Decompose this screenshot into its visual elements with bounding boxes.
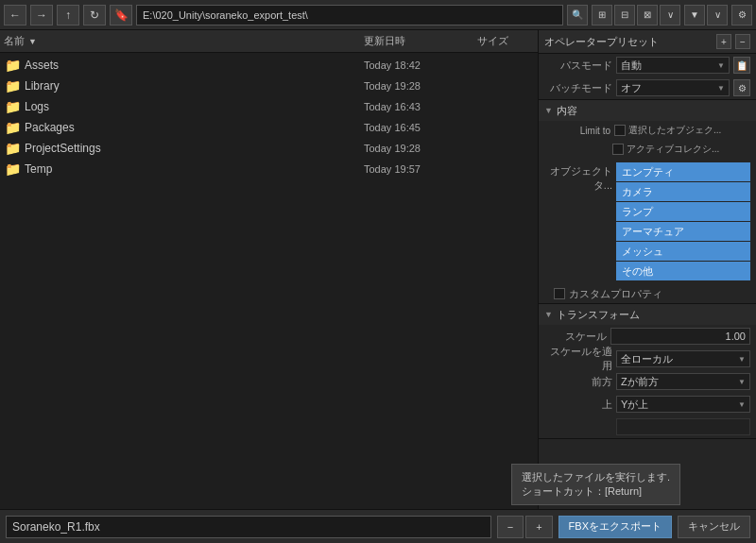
filename-input[interactable] bbox=[6, 516, 491, 538]
limit-to-label: Limit to bbox=[554, 126, 610, 136]
file-name: Assets bbox=[25, 59, 364, 72]
file-row[interactable]: 📁 Assets Today 18:42 bbox=[0, 55, 538, 76]
plus-button[interactable]: + bbox=[525, 516, 552, 538]
custom-prop-cb[interactable] bbox=[554, 288, 565, 299]
file-row[interactable]: 📁 Packages Today 16:45 bbox=[0, 117, 538, 138]
file-name: Logs bbox=[25, 100, 364, 113]
object-type-row: オブジェクトタ... エンプティカメラランプアーマチュアメッシュその他 bbox=[539, 159, 756, 284]
preset-label: オペレータープリセット bbox=[544, 35, 713, 49]
batch-mode-copy[interactable]: ⚙ bbox=[733, 79, 750, 96]
col-date[interactable]: 更新日時 bbox=[364, 34, 477, 48]
batch-mode-row: バッチモード オフ ▼ ⚙ bbox=[539, 76, 756, 99]
content-triangle: ▼ bbox=[544, 106, 553, 115]
limit-to-row: Limit to 選択したオブジェク... bbox=[539, 121, 756, 140]
settings-button[interactable]: ⚙ bbox=[731, 5, 752, 25]
limit-active-checkbox[interactable]: アクティブコレクシ... bbox=[612, 143, 719, 156]
file-name: Library bbox=[25, 79, 364, 93]
view-icon-2[interactable]: ⊟ bbox=[614, 5, 635, 25]
col-name[interactable]: 名前 ▼ bbox=[4, 34, 364, 48]
path-mode-copy[interactable]: 📋 bbox=[733, 57, 750, 74]
file-date: Today 19:57 bbox=[364, 163, 477, 175]
path-bar[interactable]: E:\020_Unity\soraneko_export_test\ bbox=[136, 5, 563, 25]
right-panel: オペレータープリセット + − パスモード 自動 ▼ 📋 バッチモード オフ ▼ bbox=[539, 30, 756, 509]
batch-mode-arrow: ▼ bbox=[717, 84, 725, 93]
preset-remove-button[interactable]: − bbox=[735, 34, 750, 49]
export-button[interactable]: FBXをエクスポート bbox=[558, 516, 672, 538]
filter-button[interactable]: ▼ bbox=[684, 5, 705, 25]
object-type-label: オブジェクトタ... bbox=[544, 162, 612, 193]
object-type-list: エンプティカメラランプアーマチュアメッシュその他 bbox=[616, 162, 750, 280]
custom-prop-label: カスタムプロパティ bbox=[569, 287, 662, 301]
file-date: Today 18:42 bbox=[364, 59, 477, 71]
file-date: Today 16:45 bbox=[364, 122, 477, 133]
content-section: ▼ 内容 Limit to 選択したオブジェク... アクティブコレクシ... … bbox=[539, 100, 756, 304]
transform-section: ▼ トランスフォーム スケール スケールを適用 全ローカル ▼ 前方 Zが前方 … bbox=[539, 304, 756, 439]
object-type-item[interactable]: メッシュ bbox=[616, 242, 750, 261]
folder-icon: 📁 bbox=[4, 77, 21, 94]
folder-icon: 📁 bbox=[4, 119, 21, 136]
forward-button[interactable]: → bbox=[30, 5, 53, 25]
scale-input[interactable] bbox=[610, 328, 750, 345]
batch-mode-dropdown[interactable]: オフ ▼ bbox=[616, 79, 730, 96]
limit-selected-checkbox[interactable]: 選択したオブジェク... bbox=[614, 124, 721, 137]
file-name: Packages bbox=[25, 121, 364, 134]
preset-add-button[interactable]: + bbox=[716, 34, 731, 49]
scale-apply-dropdown[interactable]: 全ローカル ▼ bbox=[616, 350, 750, 367]
scale-apply-label: スケールを適用 bbox=[544, 345, 612, 373]
cancel-button[interactable]: キャンセル bbox=[678, 516, 750, 538]
path-mode-dropdown[interactable]: 自動 ▼ bbox=[616, 57, 730, 74]
file-header: 名前 ▼ 更新日時 サイズ bbox=[0, 30, 538, 53]
object-type-item[interactable]: アーマチュア bbox=[616, 222, 750, 241]
file-row[interactable]: 📁 ProjectSettings Today 19:28 bbox=[0, 138, 538, 159]
file-date: Today 19:28 bbox=[364, 143, 477, 154]
limit-selected-cb[interactable] bbox=[614, 125, 626, 136]
file-row[interactable]: 📁 Temp Today 19:57 bbox=[0, 159, 538, 179]
up-button[interactable]: ↑ bbox=[57, 5, 79, 25]
up-label: 上 bbox=[544, 398, 612, 412]
up-dropdown[interactable]: Yが上 ▼ bbox=[616, 396, 750, 413]
path-mode-row: パスモード 自動 ▼ 📋 bbox=[539, 54, 756, 76]
limit-active-cb[interactable] bbox=[612, 144, 624, 155]
file-name: ProjectSettings bbox=[25, 142, 364, 155]
file-list: 📁 Assets Today 18:42 📁 Library Today 19:… bbox=[0, 53, 538, 509]
file-date: Today 19:28 bbox=[364, 80, 477, 92]
object-type-item[interactable]: エンプティ bbox=[616, 162, 750, 181]
custom-prop-row: カスタムプロパティ bbox=[539, 284, 756, 303]
path-mode-arrow: ▼ bbox=[717, 61, 725, 70]
bookmark-button[interactable]: 🔖 bbox=[110, 5, 132, 25]
file-row[interactable]: 📁 Library Today 19:28 bbox=[0, 76, 538, 96]
extra-value bbox=[616, 418, 750, 435]
view-dropdown[interactable]: ∨ bbox=[660, 5, 680, 25]
folder-icon: 📁 bbox=[4, 140, 21, 157]
object-type-item[interactable]: ランプ bbox=[616, 202, 750, 221]
file-panel: 名前 ▼ 更新日時 サイズ 📁 Assets Today 18:42 📁 Lib… bbox=[0, 30, 539, 509]
refresh-button[interactable]: ↻ bbox=[83, 5, 106, 25]
limit-active-label: アクティブコレクシ... bbox=[627, 143, 719, 156]
up-arrow: ▼ bbox=[738, 400, 746, 409]
view-icon-3[interactable]: ⊠ bbox=[637, 5, 658, 25]
minus-button[interactable]: − bbox=[497, 516, 524, 538]
preset-section: オペレータープリセット + − bbox=[539, 30, 756, 54]
transform-title-row[interactable]: ▼ トランスフォーム bbox=[539, 304, 756, 325]
content-title: 内容 bbox=[557, 104, 577, 118]
forward-dropdown[interactable]: Zが前方 ▼ bbox=[616, 373, 750, 390]
content-title-row[interactable]: ▼ 内容 bbox=[539, 100, 756, 121]
object-type-item[interactable]: カメラ bbox=[616, 182, 750, 201]
object-type-item[interactable]: その他 bbox=[616, 262, 750, 280]
limit-selected-label: 選択したオブジェク... bbox=[628, 124, 721, 137]
path-mode-section: パスモード 自動 ▼ 📋 バッチモード オフ ▼ ⚙ bbox=[539, 54, 756, 100]
col-size[interactable]: サイズ bbox=[477, 34, 534, 48]
file-row[interactable]: 📁 Logs Today 16:43 bbox=[0, 96, 538, 117]
folder-icon: 📁 bbox=[4, 98, 21, 115]
batch-mode-label: バッチモード bbox=[544, 81, 612, 95]
filter-dropdown[interactable]: ∨ bbox=[707, 5, 728, 25]
view-icon-1[interactable]: ⊞ bbox=[592, 5, 612, 25]
file-name: Temp bbox=[25, 162, 364, 176]
top-toolbar: ← → ↑ ↻ 🔖 E:\020_Unity\soraneko_export_t… bbox=[0, 0, 756, 30]
forward-label: 前方 bbox=[544, 375, 612, 389]
bottom-bar: 選択したファイルを実行します. ショートカット：[Return] − + FBX… bbox=[0, 509, 756, 543]
back-button[interactable]: ← bbox=[4, 5, 26, 25]
search-icon[interactable]: 🔍 bbox=[567, 5, 588, 25]
limit-active-row: アクティブコレクシ... bbox=[539, 140, 756, 159]
scale-apply-arrow: ▼ bbox=[738, 355, 746, 364]
